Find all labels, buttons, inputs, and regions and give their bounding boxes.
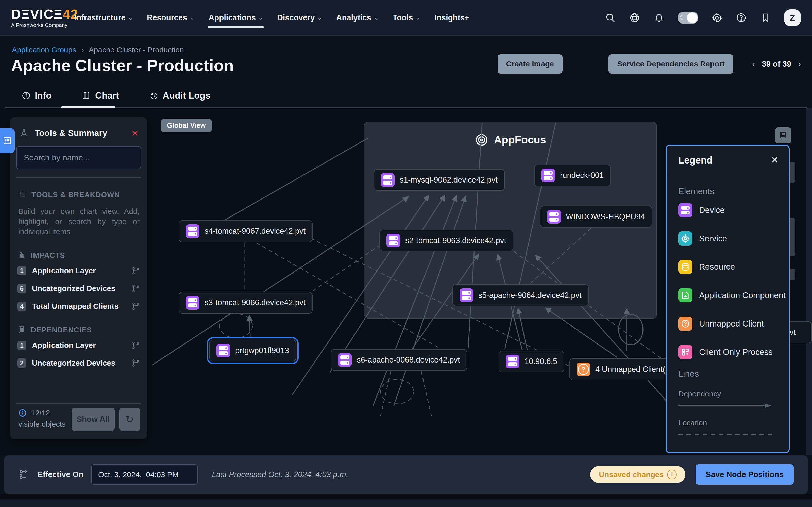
legend-location-label: Location bbox=[678, 418, 707, 427]
page-bottom-strip bbox=[0, 499, 812, 507]
node-prtgwp01fl9013-selected[interactable]: prtgwp01fl9013 bbox=[209, 340, 296, 361]
legend-lines-heading: Lines bbox=[678, 369, 699, 379]
divider bbox=[16, 403, 141, 404]
show-all-button[interactable]: Show All bbox=[71, 408, 115, 431]
search-icon[interactable] bbox=[604, 12, 616, 23]
panel-collapse-tab[interactable] bbox=[0, 128, 15, 153]
bell-icon[interactable] bbox=[653, 12, 665, 23]
menu-tools[interactable]: Tools⌄ bbox=[393, 13, 420, 22]
map-icon bbox=[82, 91, 91, 100]
node-label: s6-apache-9068.device42.pvt bbox=[357, 355, 460, 364]
node-s6-apache[interactable]: s6-apache-9068.device42.pvt bbox=[331, 349, 467, 371]
node-label: 4 Unmapped Client(s bbox=[595, 365, 669, 374]
section-title: TOOLS & BREAKDOWN bbox=[32, 191, 120, 199]
branch-icon[interactable] bbox=[132, 359, 140, 367]
knight-icon: ♞ bbox=[18, 250, 26, 261]
legend-item-resource: Resource bbox=[678, 260, 735, 274]
node-label: s2-tomcat-9063.device42.pvt bbox=[405, 236, 506, 245]
breadcrumb: Application Groups › Apache Cluster - Pr… bbox=[12, 46, 184, 54]
legend-item-unmapped-client: Unmapped Client bbox=[678, 317, 764, 331]
node-rundeck-001[interactable]: rundeck-001 bbox=[534, 165, 611, 186]
node-s4-tomcat[interactable]: s4-tomcat-9067.device42.pvt bbox=[179, 220, 313, 242]
menu-insights[interactable]: Insights+ bbox=[435, 13, 469, 22]
book-icon bbox=[778, 130, 789, 140]
impact-label: Total Unmapped Clients bbox=[32, 302, 126, 311]
footer-bar: Effective On Last Processed Oct. 3, 2024… bbox=[4, 455, 808, 494]
branch-icon[interactable] bbox=[132, 341, 140, 350]
device42-logo[interactable]: DΞVICΞ42 A Freshworks Company bbox=[11, 7, 79, 28]
branch-icon[interactable] bbox=[132, 267, 140, 275]
menu-analytics[interactable]: Analytics⌄ bbox=[336, 13, 378, 22]
device-icon bbox=[541, 169, 555, 182]
menu-resources[interactable]: Resources⌄ bbox=[147, 13, 194, 22]
help-icon[interactable] bbox=[735, 12, 747, 23]
node-s2-tomcat[interactable]: s2-tomcat-9063.device42.pvt bbox=[379, 230, 513, 251]
impact-row-unmapped-clients[interactable]: 4 Total Unmapped Clients bbox=[17, 302, 140, 311]
node-windows-hbqpu94[interactable]: WINDOWS-HBQPU94 bbox=[540, 206, 652, 228]
close-icon[interactable]: ✕ bbox=[771, 155, 778, 166]
legend-item-device: Device bbox=[678, 203, 725, 217]
node-s3-tomcat[interactable]: s3-tomcat-9066.device42.pvt bbox=[179, 292, 313, 314]
unmapped-client-icon bbox=[678, 317, 693, 331]
user-avatar[interactable]: Z bbox=[784, 9, 801, 26]
dependency-chart-canvas[interactable]: AppFocus bbox=[0, 109, 812, 455]
count-badge: 2 bbox=[17, 358, 27, 368]
branch-icon[interactable] bbox=[132, 302, 140, 311]
node-unmapped-clients[interactable]: ? 4 Unmapped Client(s bbox=[569, 358, 676, 380]
tab-audit-logs[interactable]: Audit Logs bbox=[149, 90, 210, 101]
logo-word: DΞVICΞ bbox=[11, 7, 63, 21]
device-icon bbox=[547, 210, 561, 224]
divider bbox=[16, 177, 141, 178]
branch-icon[interactable] bbox=[132, 284, 140, 293]
global-view-badge: Global View bbox=[161, 119, 212, 132]
create-image-button[interactable]: Create Image bbox=[498, 54, 563, 73]
gear-icon[interactable] bbox=[711, 12, 723, 23]
device-icon bbox=[381, 173, 395, 187]
page-title: Apache Cluster - Production bbox=[11, 56, 234, 75]
node-10-90-6-5[interactable]: 10.90.6.5 bbox=[499, 351, 564, 373]
impact-row-uncategorized[interactable]: 5 Uncategorized Devices bbox=[17, 284, 140, 293]
menu-infrastructure[interactable]: Infrastructure⌄ bbox=[74, 13, 133, 22]
tab-chart[interactable]: Chart bbox=[82, 90, 119, 101]
legend-toggle-button[interactable] bbox=[775, 127, 792, 144]
top-navbar: DΞVICΞ42 A Freshworks Company Infrastruc… bbox=[0, 0, 812, 36]
chevron-down-icon: ⌄ bbox=[317, 14, 322, 21]
dark-mode-toggle[interactable]: ☾ bbox=[677, 12, 698, 24]
save-node-positions-button[interactable]: Save Node Positions bbox=[696, 464, 794, 485]
device-icon bbox=[216, 344, 230, 357]
node-s1-mysql[interactable]: s1-mysql-9062.device42.pvt bbox=[374, 169, 505, 191]
right-edge-strip bbox=[806, 109, 812, 455]
dependency-row-application-layer[interactable]: 1 Application Layer bbox=[17, 341, 140, 350]
dependency-row-uncategorized[interactable]: 2 Uncategorized Devices bbox=[17, 358, 140, 368]
close-icon[interactable]: ✕ bbox=[132, 128, 139, 138]
dependency-label: Uncategorized Devices bbox=[32, 359, 126, 367]
node-s5-apache[interactable]: s5-apache-9064.device42.pvt bbox=[452, 284, 589, 306]
client-only-process-icon bbox=[678, 345, 693, 359]
device-icon bbox=[506, 355, 519, 368]
info-icon bbox=[21, 91, 31, 100]
next-page-icon[interactable]: › bbox=[798, 59, 801, 69]
menu-discovery[interactable]: Discovery⌄ bbox=[277, 13, 322, 22]
search-input[interactable] bbox=[16, 146, 141, 169]
impact-row-application-layer[interactable]: 1 Application Layer bbox=[17, 266, 140, 275]
tab-info[interactable]: Info bbox=[21, 90, 52, 101]
breadcrumb-parent-link[interactable]: Application Groups bbox=[12, 46, 76, 54]
legend-elements-heading: Elements bbox=[678, 186, 714, 196]
info-icon bbox=[18, 409, 27, 417]
device-icon bbox=[338, 353, 352, 367]
list-icon bbox=[3, 136, 12, 146]
menu-applications[interactable]: Applications⌄ bbox=[209, 13, 263, 22]
globe-icon[interactable] bbox=[629, 12, 641, 23]
refresh-button[interactable]: ↻ bbox=[119, 408, 140, 431]
effective-on-input[interactable] bbox=[91, 464, 198, 485]
bookmark-icon[interactable] bbox=[760, 12, 771, 23]
service-gear-icon bbox=[678, 231, 693, 246]
main-menu: Infrastructure⌄ Resources⌄ Applications⌄… bbox=[74, 0, 469, 36]
chevron-down-icon: ⌄ bbox=[374, 14, 378, 21]
legend-panel: Legend ✕ Elements Device Service Resourc… bbox=[666, 145, 790, 453]
moon-icon: ☾ bbox=[679, 15, 686, 21]
pagination-text: 39 of 39 bbox=[762, 60, 791, 69]
prev-page-icon[interactable]: ‹ bbox=[752, 59, 755, 69]
service-dependencies-report-button[interactable]: Service Dependencies Report bbox=[608, 54, 733, 73]
rook-icon: ♜ bbox=[18, 325, 26, 335]
